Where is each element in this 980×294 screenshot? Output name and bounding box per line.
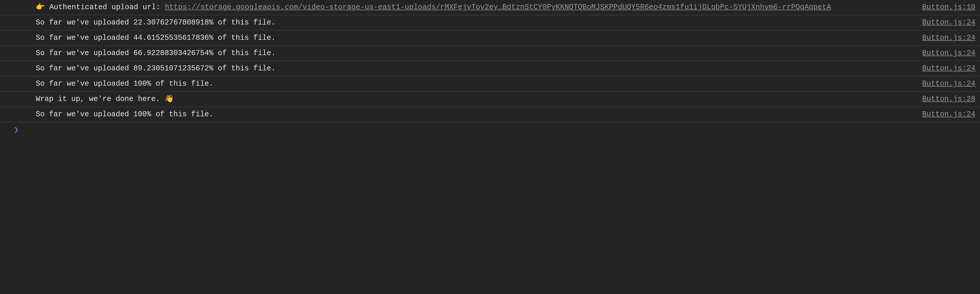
pointing-hand-icon: 👉	[36, 3, 45, 11]
console-log-entry: So far we've uploaded 100% of this file.…	[0, 107, 980, 122]
console-log-entry: So far we've uploaded 100% of this file.…	[0, 76, 980, 92]
console-log-entry: 👉 Authenticated upload url: https://stor…	[0, 0, 980, 15]
source-link[interactable]: Button.js:24	[922, 17, 975, 28]
source-link[interactable]: Button.js:24	[922, 109, 975, 120]
upload-url-link[interactable]: https://storage.googleapis.com/video-sto…	[165, 3, 831, 11]
source-link[interactable]: Button.js:24	[922, 63, 975, 74]
source-link[interactable]: Button.js:24	[922, 48, 975, 59]
console-log-entry: So far we've uploaded 66.92288303426754%…	[0, 46, 980, 61]
log-message: So far we've uploaded 22.30762767808918%…	[36, 17, 922, 28]
source-link[interactable]: Button.js:24	[922, 33, 975, 43]
source-link[interactable]: Button.js:10	[917, 2, 975, 13]
source-link[interactable]: Button.js:28	[922, 94, 975, 105]
console-log-entry: Wrap it up, we're done here. 👋 Button.js…	[0, 92, 980, 107]
console-input-prompt[interactable]: ❯	[0, 122, 980, 137]
log-message: So far we've uploaded 89.23051071235672%…	[36, 63, 922, 74]
log-message: So far we've uploaded 100% of this file.	[36, 109, 922, 120]
chevron-right-icon: ❯	[14, 125, 19, 134]
log-text: Wrap it up, we're done here. 👋	[36, 95, 174, 103]
log-message: So far we've uploaded 100% of this file.	[36, 78, 922, 89]
console-log-entry: So far we've uploaded 22.30762767808918%…	[0, 15, 980, 30]
console-log-entry: So far we've uploaded 44.61525535617836%…	[0, 30, 980, 46]
log-message: So far we've uploaded 44.61525535617836%…	[36, 33, 922, 43]
log-text-prefix: Authenticated upload url:	[45, 3, 165, 11]
log-message: So far we've uploaded 66.92288303426754%…	[36, 48, 922, 59]
console-log-entry: So far we've uploaded 89.23051071235672%…	[0, 61, 980, 76]
devtools-console: 👉 Authenticated upload url: https://stor…	[0, 0, 980, 294]
source-link[interactable]: Button.js:24	[922, 78, 975, 89]
log-message: Wrap it up, we're done here. 👋	[36, 94, 922, 105]
log-message: 👉 Authenticated upload url: https://stor…	[36, 2, 917, 13]
